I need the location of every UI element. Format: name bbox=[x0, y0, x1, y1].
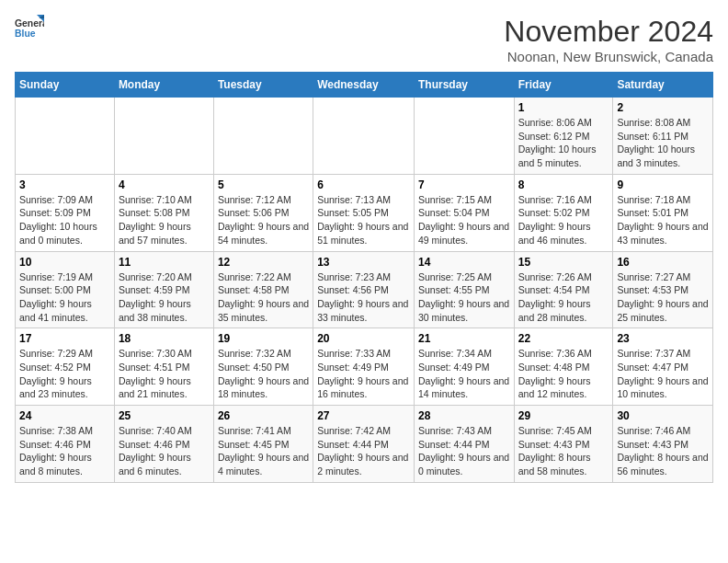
day-number: 9 bbox=[617, 178, 709, 191]
day-number: 30 bbox=[617, 409, 709, 422]
day-number: 1 bbox=[518, 101, 609, 114]
calendar-cell: 16Sunrise: 7:27 AM Sunset: 4:53 PM Dayli… bbox=[613, 251, 713, 328]
calendar-cell: 12Sunrise: 7:22 AM Sunset: 4:58 PM Dayli… bbox=[213, 251, 313, 328]
logo: General Blue bbox=[15, 15, 44, 40]
day-info: Sunrise: 7:30 AM Sunset: 4:51 PM Dayligh… bbox=[119, 347, 210, 401]
calendar-cell: 23Sunrise: 7:37 AM Sunset: 4:47 PM Dayli… bbox=[613, 328, 713, 406]
day-number: 29 bbox=[518, 409, 609, 422]
day-info: Sunrise: 7:10 AM Sunset: 5:08 PM Dayligh… bbox=[119, 193, 210, 247]
calendar-cell: 6Sunrise: 7:13 AM Sunset: 5:05 PM Daylig… bbox=[313, 174, 415, 251]
day-number: 24 bbox=[19, 409, 110, 422]
calendar-cell bbox=[213, 98, 313, 175]
day-info: Sunrise: 7:41 AM Sunset: 4:45 PM Dayligh… bbox=[218, 424, 309, 478]
calendar-cell: 20Sunrise: 7:33 AM Sunset: 4:49 PM Dayli… bbox=[313, 328, 415, 406]
weekday-header-cell: Sunday bbox=[16, 73, 115, 98]
day-info: Sunrise: 7:45 AM Sunset: 4:43 PM Dayligh… bbox=[518, 424, 609, 478]
day-number: 6 bbox=[317, 178, 410, 191]
weekday-header-cell: Monday bbox=[114, 73, 213, 98]
day-number: 27 bbox=[317, 409, 410, 422]
day-info: Sunrise: 7:37 AM Sunset: 4:47 PM Dayligh… bbox=[617, 347, 709, 401]
calendar-cell: 21Sunrise: 7:34 AM Sunset: 4:49 PM Dayli… bbox=[414, 328, 514, 406]
day-info: Sunrise: 7:18 AM Sunset: 5:01 PM Dayligh… bbox=[617, 193, 709, 247]
calendar-cell: 25Sunrise: 7:40 AM Sunset: 4:46 PM Dayli… bbox=[114, 406, 213, 483]
day-number: 15 bbox=[518, 256, 609, 269]
day-number: 17 bbox=[19, 332, 110, 345]
calendar-cell: 3Sunrise: 7:09 AM Sunset: 5:09 PM Daylig… bbox=[16, 174, 115, 251]
weekday-header-cell: Wednesday bbox=[313, 73, 415, 98]
calendar-week-row: 24Sunrise: 7:38 AM Sunset: 4:46 PM Dayli… bbox=[16, 406, 713, 483]
title-area: November 2024 Noonan, New Brunswick, Can… bbox=[504, 15, 713, 64]
weekday-header-cell: Saturday bbox=[613, 73, 713, 98]
day-number: 5 bbox=[218, 178, 309, 191]
month-title: November 2024 bbox=[504, 15, 713, 49]
weekday-header-cell: Friday bbox=[514, 73, 613, 98]
day-number: 12 bbox=[218, 256, 309, 269]
day-number: 3 bbox=[19, 178, 110, 191]
calendar-cell: 24Sunrise: 7:38 AM Sunset: 4:46 PM Dayli… bbox=[16, 406, 115, 483]
day-info: Sunrise: 7:19 AM Sunset: 5:00 PM Dayligh… bbox=[19, 270, 110, 325]
calendar-cell: 28Sunrise: 7:43 AM Sunset: 4:44 PM Dayli… bbox=[414, 406, 514, 483]
calendar-cell: 7Sunrise: 7:15 AM Sunset: 5:04 PM Daylig… bbox=[414, 174, 514, 251]
calendar-cell: 15Sunrise: 7:26 AM Sunset: 4:54 PM Dayli… bbox=[514, 251, 613, 328]
day-info: Sunrise: 7:43 AM Sunset: 4:44 PM Dayligh… bbox=[418, 424, 510, 478]
day-number: 26 bbox=[218, 409, 309, 422]
calendar-cell bbox=[313, 98, 415, 175]
calendar-cell: 5Sunrise: 7:12 AM Sunset: 5:06 PM Daylig… bbox=[213, 174, 313, 251]
calendar-cell bbox=[414, 98, 514, 175]
weekday-header-cell: Thursday bbox=[414, 73, 514, 98]
calendar-cell: 4Sunrise: 7:10 AM Sunset: 5:08 PM Daylig… bbox=[114, 174, 213, 251]
calendar-cell: 30Sunrise: 7:46 AM Sunset: 4:43 PM Dayli… bbox=[613, 406, 713, 483]
calendar-cell: 14Sunrise: 7:25 AM Sunset: 4:55 PM Dayli… bbox=[414, 251, 514, 328]
day-info: Sunrise: 7:40 AM Sunset: 4:46 PM Dayligh… bbox=[119, 424, 210, 478]
day-number: 4 bbox=[119, 178, 210, 191]
calendar-table: SundayMondayTuesdayWednesdayThursdayFrid… bbox=[15, 72, 713, 483]
calendar-cell: 13Sunrise: 7:23 AM Sunset: 4:56 PM Dayli… bbox=[313, 251, 415, 328]
svg-text:Blue: Blue bbox=[15, 29, 36, 39]
day-number: 10 bbox=[19, 256, 110, 269]
day-info: Sunrise: 7:23 AM Sunset: 4:56 PM Dayligh… bbox=[317, 270, 410, 325]
day-info: Sunrise: 7:12 AM Sunset: 5:06 PM Dayligh… bbox=[218, 193, 309, 247]
day-info: Sunrise: 7:29 AM Sunset: 4:52 PM Dayligh… bbox=[19, 347, 110, 401]
calendar-cell: 1Sunrise: 8:06 AM Sunset: 6:12 PM Daylig… bbox=[514, 98, 613, 175]
calendar-cell: 19Sunrise: 7:32 AM Sunset: 4:50 PM Dayli… bbox=[213, 328, 313, 406]
calendar-cell: 11Sunrise: 7:20 AM Sunset: 4:59 PM Dayli… bbox=[114, 251, 213, 328]
location-title: Noonan, New Brunswick, Canada bbox=[504, 49, 713, 64]
day-info: Sunrise: 7:22 AM Sunset: 4:58 PM Dayligh… bbox=[218, 270, 309, 325]
logo-icon: General Blue bbox=[15, 15, 44, 40]
calendar-body: 1Sunrise: 8:06 AM Sunset: 6:12 PM Daylig… bbox=[16, 98, 713, 483]
day-info: Sunrise: 7:27 AM Sunset: 4:53 PM Dayligh… bbox=[617, 270, 709, 325]
day-info: Sunrise: 7:16 AM Sunset: 5:02 PM Dayligh… bbox=[518, 193, 609, 247]
calendar-cell: 10Sunrise: 7:19 AM Sunset: 5:00 PM Dayli… bbox=[16, 251, 115, 328]
day-number: 21 bbox=[418, 332, 510, 345]
day-number: 23 bbox=[617, 332, 709, 345]
calendar-cell: 27Sunrise: 7:42 AM Sunset: 4:44 PM Dayli… bbox=[313, 406, 415, 483]
calendar-cell: 18Sunrise: 7:30 AM Sunset: 4:51 PM Dayli… bbox=[114, 328, 213, 406]
calendar-cell: 8Sunrise: 7:16 AM Sunset: 5:02 PM Daylig… bbox=[514, 174, 613, 251]
day-info: Sunrise: 8:06 AM Sunset: 6:12 PM Dayligh… bbox=[518, 116, 609, 170]
day-info: Sunrise: 7:20 AM Sunset: 4:59 PM Dayligh… bbox=[119, 270, 210, 325]
calendar-week-row: 3Sunrise: 7:09 AM Sunset: 5:09 PM Daylig… bbox=[16, 174, 713, 251]
calendar-cell: 22Sunrise: 7:36 AM Sunset: 4:48 PM Dayli… bbox=[514, 328, 613, 406]
day-info: Sunrise: 7:25 AM Sunset: 4:55 PM Dayligh… bbox=[418, 270, 510, 325]
day-number: 22 bbox=[518, 332, 609, 345]
calendar-cell bbox=[114, 98, 213, 175]
day-number: 20 bbox=[317, 332, 410, 345]
weekday-header-row: SundayMondayTuesdayWednesdayThursdayFrid… bbox=[16, 73, 713, 98]
day-info: Sunrise: 7:26 AM Sunset: 4:54 PM Dayligh… bbox=[518, 270, 609, 325]
day-info: Sunrise: 7:32 AM Sunset: 4:50 PM Dayligh… bbox=[218, 347, 309, 401]
day-info: Sunrise: 7:09 AM Sunset: 5:09 PM Dayligh… bbox=[19, 193, 110, 247]
day-info: Sunrise: 7:42 AM Sunset: 4:44 PM Dayligh… bbox=[317, 424, 410, 478]
day-number: 8 bbox=[518, 178, 609, 191]
calendar-week-row: 1Sunrise: 8:06 AM Sunset: 6:12 PM Daylig… bbox=[16, 98, 713, 175]
day-number: 16 bbox=[617, 256, 709, 269]
day-number: 7 bbox=[418, 178, 510, 191]
page-header: General Blue November 2024 Noonan, New B… bbox=[15, 15, 713, 64]
day-number: 18 bbox=[119, 332, 210, 345]
day-info: Sunrise: 8:08 AM Sunset: 6:11 PM Dayligh… bbox=[617, 116, 709, 170]
day-number: 11 bbox=[119, 256, 210, 269]
calendar-cell: 2Sunrise: 8:08 AM Sunset: 6:11 PM Daylig… bbox=[613, 98, 713, 175]
day-number: 2 bbox=[617, 101, 709, 114]
calendar-week-row: 17Sunrise: 7:29 AM Sunset: 4:52 PM Dayli… bbox=[16, 328, 713, 406]
day-number: 19 bbox=[218, 332, 309, 345]
calendar-cell bbox=[16, 98, 115, 175]
